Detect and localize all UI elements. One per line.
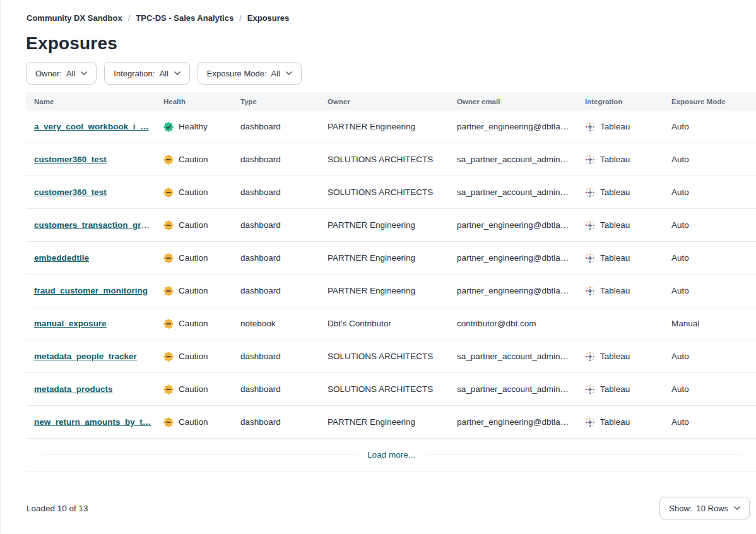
health-badge-icon: [163, 384, 174, 395]
breadcrumb-project-link[interactable]: Community DX Sandbox: [27, 13, 122, 23]
tableau-icon: [585, 417, 595, 427]
table-row: fraud_customer_monitoring Caution: [26, 275, 756, 307]
exposure-mode-filter-dropdown[interactable]: Exposure Mode: All: [198, 62, 302, 85]
exposure-mode-cell: Manual: [671, 319, 756, 328]
owner-filter-dropdown[interactable]: Owner: All: [26, 62, 97, 85]
owner-email-cell: contributor@dbt.com: [457, 319, 585, 328]
owner-cell: SOLUTIONS ARCHITECTS: [328, 187, 457, 197]
type-cell: dashboard: [240, 384, 328, 394]
owner-email-cell: sa_partner_account_admin…: [457, 155, 585, 164]
owner-email-cell: partner_engineering@dbtla…: [457, 253, 585, 263]
health-badge-icon: [163, 155, 174, 165]
breadcrumb-environment-link[interactable]: TPC-DS - Sales Analytics: [136, 13, 233, 23]
exposure-name-link[interactable]: embeddedtile: [34, 253, 89, 263]
breadcrumb-separator: /: [239, 13, 242, 23]
tableau-icon: [585, 220, 595, 230]
column-header-owner: Owner: [328, 98, 457, 105]
exposure-name-link[interactable]: manual_exposure: [34, 319, 107, 328]
integration-cell: Tableau: [585, 122, 671, 132]
owner-cell: SOLUTIONS ARCHITECTS: [328, 384, 457, 394]
exposure-mode-cell: Auto: [671, 253, 756, 263]
type-cell: dashboard: [240, 187, 328, 197]
exposure-name-link[interactable]: customers_transaction_gro…: [34, 220, 155, 230]
owner-cell: PARTNER Engineering: [328, 122, 457, 131]
health-label: Caution: [179, 384, 208, 394]
table-row: customer360_test Caution dashboard: [26, 176, 756, 209]
table-row: metadata_people_tracker Caution da: [26, 340, 756, 373]
health-badge-icon: [163, 319, 174, 329]
loaded-count-text: Loaded 10 of 13: [27, 504, 88, 513]
tableau-icon: [585, 352, 595, 362]
filter-label: Integration:: [114, 69, 155, 78]
type-cell: dashboard: [240, 286, 328, 295]
owner-email-cell: partner_engineering@dbtla…: [457, 220, 585, 230]
name-cell: fraud_customer_monitoring: [34, 286, 163, 295]
filter-value: All: [159, 69, 168, 78]
filter-value: All: [66, 69, 75, 78]
health-badge-icon: [163, 352, 174, 362]
integration-label: Tableau: [600, 122, 630, 131]
table-row: customers_transaction_gro… Caution: [26, 209, 756, 242]
type-cell: dashboard: [240, 253, 328, 263]
exposure-name-link[interactable]: fraud_customer_monitoring: [34, 286, 148, 295]
exposure-mode-cell: Auto: [671, 187, 756, 197]
column-header-exposure-mode: Exposure Mode: [671, 98, 756, 105]
owner-email-cell: partner_engineering@dbtla…: [457, 122, 585, 131]
integration-label: Tableau: [600, 155, 630, 164]
exposure-name-link[interactable]: customer360_test: [34, 187, 107, 197]
owner-email-cell: sa_partner_account_admin…: [457, 352, 585, 361]
tableau-icon: [585, 384, 595, 395]
health-label: Caution: [179, 352, 208, 361]
integration-cell: Tableau: [585, 286, 671, 296]
type-cell: dashboard: [240, 352, 328, 361]
column-header-name: Name: [34, 98, 163, 105]
exposure-name-link[interactable]: customer360_test: [34, 155, 107, 164]
rows-per-page-dropdown[interactable]: Show: 10 Rows: [659, 497, 750, 519]
integration-cell: Tableau: [585, 187, 671, 198]
integration-filter-dropdown[interactable]: Integration: All: [104, 62, 190, 85]
type-cell: dashboard: [240, 220, 328, 230]
name-cell: customer360_test: [34, 155, 163, 164]
table-body: a_very_cool_workbook_i_… Healthy d: [26, 110, 756, 439]
filter-label: Owner:: [35, 69, 62, 78]
owner-email-cell: partner_engineering@dbtla…: [457, 286, 585, 295]
exposure-mode-cell: Auto: [671, 384, 756, 394]
name-cell: embeddedtile: [34, 253, 163, 263]
show-label: Show:: [669, 504, 692, 513]
integration-label: Tableau: [600, 352, 630, 361]
integration-cell: Tableau: [585, 155, 671, 165]
divider-line: [42, 454, 357, 455]
table-row: metadata_products Caution dashboar: [26, 373, 756, 406]
divider-line: [425, 454, 741, 455]
health-badge-icon: [163, 122, 174, 132]
health-cell: Healthy: [163, 122, 240, 132]
integration-label: Tableau: [600, 417, 630, 427]
integration-label: Tableau: [600, 187, 630, 197]
integration-label: Tableau: [600, 384, 630, 394]
type-cell: dashboard: [240, 155, 328, 164]
show-value: 10 Rows: [696, 504, 728, 513]
integration-label: Tableau: [600, 253, 630, 263]
tableau-icon: [585, 187, 595, 198]
exposure-mode-cell: Auto: [671, 122, 756, 131]
integration-cell: Tableau: [585, 220, 671, 230]
exposure-mode-cell: Auto: [671, 286, 756, 295]
table-row: a_very_cool_workbook_i_… Healthy d: [26, 110, 756, 143]
health-cell: Caution: [163, 220, 240, 230]
exposure-mode-cell: Auto: [671, 155, 756, 164]
name-cell: a_very_cool_workbook_i_…: [34, 122, 163, 131]
breadcrumb-separator: /: [128, 13, 131, 23]
exposure-name-link[interactable]: a_very_cool_workbook_i_…: [34, 122, 149, 131]
health-label: Caution: [179, 220, 208, 230]
table-header-row: Name Health Type Owner Owner email Integ…: [26, 92, 756, 110]
exposure-name-link[interactable]: new_return_amounts_by_t…: [34, 417, 151, 427]
integration-cell: Tableau: [585, 253, 671, 263]
exposure-name-link[interactable]: metadata_products: [34, 384, 113, 394]
integration-label: Tableau: [600, 286, 630, 295]
health-badge-icon: [163, 253, 174, 263]
health-label: Caution: [179, 253, 208, 263]
health-cell: Caution: [163, 319, 240, 329]
load-more-link[interactable]: Load more...: [367, 450, 415, 460]
exposure-name-link[interactable]: metadata_people_tracker: [34, 352, 137, 361]
health-cell: Caution: [163, 352, 240, 362]
